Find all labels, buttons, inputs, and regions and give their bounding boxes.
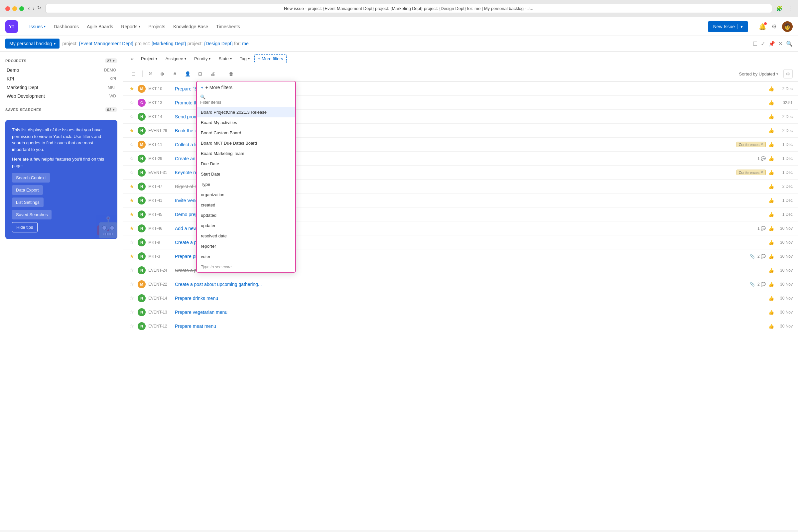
like-icon[interactable]: 👍 <box>768 142 774 147</box>
app-logo[interactable]: YT <box>5 20 18 33</box>
backlog-button[interactable]: My personal backlog ▾ <box>5 39 59 49</box>
query-project-3[interactable]: {Design Dept} <box>204 41 233 46</box>
close-action-icon[interactable]: ✕ <box>778 41 783 47</box>
star-icon[interactable]: ☆ <box>128 141 135 148</box>
tips-list-settings-button[interactable]: List Settings <box>12 197 43 207</box>
list-item[interactable]: resolved date <box>197 231 295 241</box>
new-issue-button[interactable]: New Issue ▾ <box>708 21 748 32</box>
list-item[interactable]: Due Date <box>197 158 295 169</box>
refresh-icon[interactable]: ↻ <box>37 5 41 12</box>
like-icon[interactable]: 👍 <box>768 296 774 301</box>
star-icon[interactable]: ☆ <box>128 267 135 273</box>
tips-saved-searches-button[interactable]: Saved Searches <box>12 210 52 220</box>
like-icon[interactable]: 👍 <box>768 212 774 217</box>
list-item[interactable]: Board Marketing Team <box>197 148 295 158</box>
issue-title[interactable]: Create a post about upcoming gathering..… <box>175 282 747 287</box>
nav-dashboards[interactable]: Dashboards <box>50 22 82 31</box>
list-item[interactable]: reporter <box>197 241 295 251</box>
query-project-1[interactable]: {Event Management Dept} <box>79 41 133 46</box>
star-icon[interactable]: ☆ <box>128 169 135 175</box>
nav-projects[interactable]: Projects <box>145 22 169 31</box>
like-icon[interactable]: 👍 <box>768 282 774 287</box>
list-item[interactable]: updater <box>197 221 295 231</box>
toolbar-link-button[interactable]: ⊗ <box>157 69 167 79</box>
like-icon[interactable]: 👍 <box>768 198 774 203</box>
project-item-demo[interactable]: Demo DEMO <box>5 66 117 75</box>
filter-tag-button[interactable]: Tag ▾ <box>236 55 253 63</box>
bookmark-action-icon[interactable]: ☐ <box>753 41 757 47</box>
star-icon[interactable]: ☆ <box>128 295 135 301</box>
new-issue-dropdown-icon[interactable]: ▾ <box>738 24 743 29</box>
star-icon[interactable]: ☆ <box>128 323 135 329</box>
star-icon[interactable]: ★ <box>128 253 135 259</box>
notification-icon[interactable]: 🔔 <box>759 23 766 30</box>
check-action-icon[interactable]: ✓ <box>761 41 765 47</box>
list-item[interactable]: Start Date <box>197 169 295 179</box>
address-bar[interactable]: New issue - project: {Event Management D… <box>45 4 772 13</box>
star-icon[interactable]: ★ <box>128 127 135 134</box>
more-filters-button[interactable]: + More filters <box>254 54 287 63</box>
minimize-button[interactable] <box>12 6 17 11</box>
like-icon[interactable]: 👍 <box>768 170 774 175</box>
query-project-2[interactable]: {Marketing Dept} <box>151 41 186 46</box>
menu-icon[interactable]: ⋮ <box>787 5 793 12</box>
close-button[interactable] <box>5 6 10 11</box>
star-icon[interactable]: ☆ <box>128 155 135 162</box>
tag-remove-icon[interactable]: ✕ <box>760 142 763 147</box>
project-item-webdev[interactable]: Web Development WD <box>5 92 117 100</box>
column-settings-button[interactable]: ⚙ <box>783 69 793 78</box>
saved-searches-header[interactable]: SAVED SEARCHES 62 ▾ <box>5 106 117 115</box>
like-icon[interactable]: 👍 <box>768 100 774 106</box>
list-item[interactable]: updated <box>197 210 295 221</box>
star-icon[interactable]: ☆ <box>128 281 135 287</box>
star-icon[interactable]: ☆ <box>128 99 135 106</box>
hide-tips-button[interactable]: Hide tips <box>12 222 38 232</box>
puzzle-icon[interactable]: 🧩 <box>776 5 783 12</box>
filter-state-button[interactable]: State ▾ <box>215 55 235 63</box>
star-icon[interactable]: ★ <box>128 225 135 231</box>
like-icon[interactable]: 👍 <box>768 86 774 92</box>
star-icon[interactable]: ★ <box>128 197 135 204</box>
nav-agile-boards[interactable]: Agile Boards <box>83 22 116 31</box>
star-icon[interactable]: ★ <box>128 86 135 92</box>
collapse-sidebar-button[interactable]: « <box>128 55 136 63</box>
star-icon[interactable]: ☆ <box>128 239 135 245</box>
sort-button[interactable]: Sorted by Updated ▾ <box>737 70 781 78</box>
filter-project-button[interactable]: Project ▾ <box>138 55 160 63</box>
list-item[interactable]: Board MKT Due Dates Board <box>197 138 295 148</box>
like-icon[interactable]: 👍 <box>768 254 774 259</box>
filter-assignee-button[interactable]: Assignee ▾ <box>162 55 189 63</box>
star-icon[interactable]: ☆ <box>128 309 135 315</box>
back-arrow-icon[interactable]: ‹ <box>28 5 30 12</box>
list-item[interactable]: Type <box>197 179 295 190</box>
toolbar-tag-button[interactable]: # <box>170 69 180 79</box>
list-item[interactable]: voter <box>197 251 295 262</box>
toolbar-person-button[interactable]: 👤 <box>183 69 192 79</box>
like-icon[interactable]: 👍 <box>768 309 774 315</box>
nav-arrows[interactable]: ‹ › ↻ <box>28 5 41 12</box>
star-icon[interactable]: ★ <box>128 211 135 217</box>
pin-action-icon[interactable]: 📌 <box>768 41 775 47</box>
nav-timesheets[interactable]: Timesheets <box>213 22 243 31</box>
like-icon[interactable]: 👍 <box>768 324 774 329</box>
list-item[interactable]: Board ProjectOne 2021.3 Release <box>197 107 295 117</box>
issue-title[interactable]: Prepare meat menu <box>175 324 766 329</box>
toolbar-print-button[interactable]: 🖨 <box>208 69 218 79</box>
dropdown-filter-input[interactable] <box>200 100 292 105</box>
project-item-marketing[interactable]: Marketing Dept MKT <box>5 83 117 92</box>
like-icon[interactable]: 👍 <box>768 114 774 119</box>
filter-priority-button[interactable]: Priority ▾ <box>191 55 214 63</box>
toolbar-checkbox[interactable]: ☐ <box>128 69 138 79</box>
user-avatar[interactable]: 👩 <box>782 21 793 32</box>
like-icon[interactable]: 👍 <box>768 184 774 189</box>
nav-knowledge-base[interactable]: Knowledge Base <box>170 22 211 31</box>
toolbar-bookmark-button[interactable]: ⊟ <box>195 69 205 79</box>
list-item[interactable]: Board My activities <box>197 117 295 128</box>
tag-remove-icon[interactable]: ✕ <box>760 170 763 174</box>
search-action-icon[interactable]: 🔍 <box>786 41 793 47</box>
like-icon[interactable]: 👍 <box>768 226 774 231</box>
like-icon[interactable]: 👍 <box>768 268 774 273</box>
list-item[interactable]: created <box>197 200 295 210</box>
like-icon[interactable]: 👍 <box>768 156 774 161</box>
list-item[interactable]: Board Custom Board <box>197 128 295 138</box>
